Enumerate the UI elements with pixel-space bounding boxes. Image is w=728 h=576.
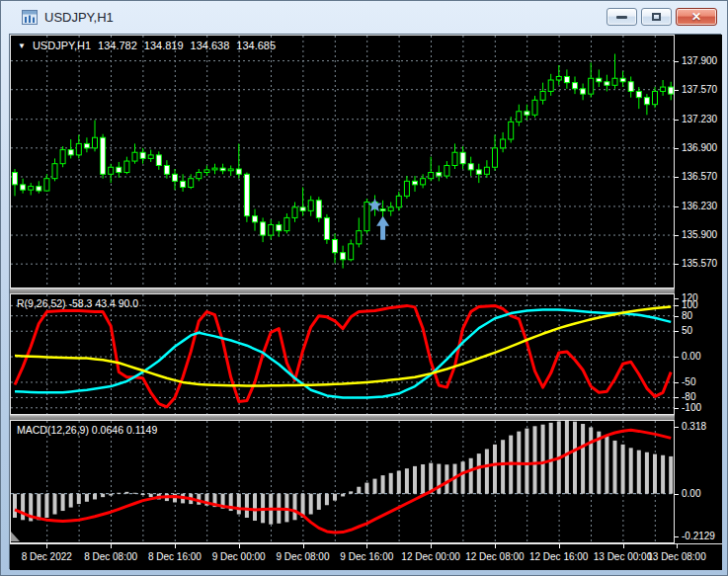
price-axis-label-tick bbox=[675, 264, 679, 265]
time-axis-tick bbox=[366, 544, 367, 548]
macd-histogram-bar bbox=[237, 494, 241, 515]
time-axis-label: 12 Dec 00:00 bbox=[401, 551, 460, 562]
bear-candle bbox=[437, 173, 442, 177]
chart-app-icon bbox=[22, 10, 38, 25]
macd-axis-label: -0.2129 bbox=[682, 531, 715, 541]
macd-histogram-bar bbox=[53, 494, 57, 515]
macd-histogram-bar bbox=[341, 494, 345, 497]
bear-candle bbox=[37, 187, 41, 191]
bull-candle bbox=[548, 80, 553, 91]
chart-client-area[interactable]: ▼ USDJPY,H1 134.782 134.819 134.638 134.… bbox=[9, 34, 721, 569]
macd-histogram-bar bbox=[533, 426, 537, 493]
minimize-icon bbox=[616, 16, 627, 19]
macd-histogram-bar bbox=[573, 422, 577, 494]
price-axis-label: 137.570 bbox=[682, 84, 717, 95]
price-axis-label-tick bbox=[675, 90, 679, 91]
minimize-button[interactable] bbox=[607, 8, 637, 26]
bull-candle bbox=[556, 76, 561, 80]
macd-histogram-bar bbox=[77, 494, 81, 504]
bull-candle bbox=[269, 224, 274, 235]
time-axis-tick bbox=[623, 544, 624, 548]
macd-histogram-bar bbox=[461, 461, 465, 493]
price-axis-label-tick bbox=[675, 61, 679, 62]
macd-signal-line bbox=[15, 430, 671, 533]
macd-histogram-bar bbox=[149, 494, 153, 497]
bull-candle bbox=[76, 143, 81, 154]
bull-candle bbox=[308, 201, 313, 211]
bull-candle bbox=[357, 231, 362, 244]
ohlc-low: 134.638 bbox=[191, 40, 230, 51]
oscillator-axis-label-tick bbox=[675, 357, 679, 358]
bear-candle bbox=[460, 152, 465, 163]
time-axis[interactable]: 8 Dec 20228 Dec 08:008 Dec 16:009 Dec 00… bbox=[10, 543, 722, 570]
bull-candle bbox=[364, 203, 369, 231]
ohlc-open: 134.782 bbox=[98, 40, 137, 51]
bear-candle bbox=[181, 181, 186, 187]
macd-histogram-bar bbox=[493, 445, 497, 494]
bull-candle bbox=[349, 244, 354, 260]
bull-candle bbox=[388, 207, 393, 211]
bear-candle bbox=[597, 78, 602, 82]
oscillator-axis-label-tick bbox=[675, 408, 679, 409]
price-axis-label-tick bbox=[675, 148, 679, 149]
bear-candle bbox=[300, 207, 305, 211]
bear-candle bbox=[628, 82, 633, 92]
bear-candle bbox=[244, 174, 249, 215]
macd-panel[interactable]: MACD(12,26,9) 0.0646 0.1149 bbox=[10, 420, 675, 543]
macd-histogram-bar bbox=[541, 425, 545, 494]
bear-candle bbox=[68, 150, 73, 155]
macd-axis-label: 0.318 bbox=[682, 421, 706, 432]
close-icon: ✕ bbox=[691, 11, 701, 23]
oscillator-axis-label-tick bbox=[675, 397, 679, 398]
bull-candle bbox=[404, 181, 409, 196]
macd-histogram-bar bbox=[245, 494, 249, 518]
macd-histogram-bar bbox=[477, 453, 481, 494]
time-axis-tick bbox=[46, 544, 47, 548]
title-bar[interactable]: USDJPY,H1 ✕ bbox=[1, 1, 727, 34]
ohlc-close: 134.685 bbox=[236, 40, 276, 51]
main-chart-panel[interactable]: ▼ USDJPY,H1 134.782 134.819 134.638 134.… bbox=[10, 35, 675, 288]
oscillator-axis-label: 80 bbox=[682, 310, 692, 321]
macd-histogram-bar bbox=[373, 479, 377, 494]
macd-histogram-bar bbox=[629, 448, 633, 493]
macd-histogram-bar bbox=[124, 492, 128, 494]
bull-candle bbox=[29, 187, 34, 191]
macd-histogram-bar bbox=[637, 451, 641, 494]
macd-axis-label-tick bbox=[675, 536, 679, 537]
bear-candle bbox=[476, 170, 481, 174]
price-axis[interactable]: 137.900137.570137.230136.900136.570136.2… bbox=[675, 35, 722, 543]
bull-candle bbox=[493, 148, 498, 167]
macd-histogram-bar bbox=[349, 491, 353, 493]
bull-candle bbox=[429, 173, 434, 179]
arrow-up-annotation-icon[interactable] bbox=[376, 216, 389, 240]
oscillator-axis-label-tick bbox=[675, 316, 679, 317]
bear-candle bbox=[324, 217, 329, 239]
time-axis-label: 9 Dec 08:00 bbox=[277, 551, 330, 562]
restore-icon bbox=[652, 13, 661, 21]
time-axis-tick bbox=[303, 544, 304, 548]
oscillator-panel[interactable]: R(9,26,52) -58.3 43.4 90.0 bbox=[10, 293, 675, 415]
macd-histogram-bar bbox=[469, 458, 473, 494]
time-axis-label: 12 Dec 16:00 bbox=[529, 551, 589, 562]
bear-candle bbox=[156, 155, 161, 166]
chevron-down-icon[interactable]: ▼ bbox=[18, 41, 26, 50]
macd-histogram-bar bbox=[141, 494, 145, 495]
bull-candle bbox=[124, 161, 129, 172]
time-axis-tick bbox=[239, 544, 240, 548]
bear-candle bbox=[341, 253, 346, 260]
macd-histogram-bar bbox=[44, 494, 48, 518]
close-button[interactable]: ✕ bbox=[676, 8, 717, 26]
macd-histogram-bar bbox=[109, 494, 113, 496]
bear-candle bbox=[13, 173, 18, 185]
bull-candle bbox=[653, 91, 658, 104]
bear-candle bbox=[220, 168, 225, 171]
macd-histogram-bar bbox=[653, 454, 657, 494]
price-axis-label: 137.900 bbox=[682, 55, 717, 66]
macd-histogram-bar bbox=[421, 464, 425, 494]
macd-histogram-bar bbox=[381, 475, 385, 494]
time-axis-label: 8 Dec 08:00 bbox=[84, 551, 137, 562]
bull-candle bbox=[44, 179, 49, 191]
bear-candle bbox=[380, 209, 385, 211]
macd-histogram-bar bbox=[117, 493, 121, 494]
restore-button[interactable] bbox=[641, 8, 672, 26]
